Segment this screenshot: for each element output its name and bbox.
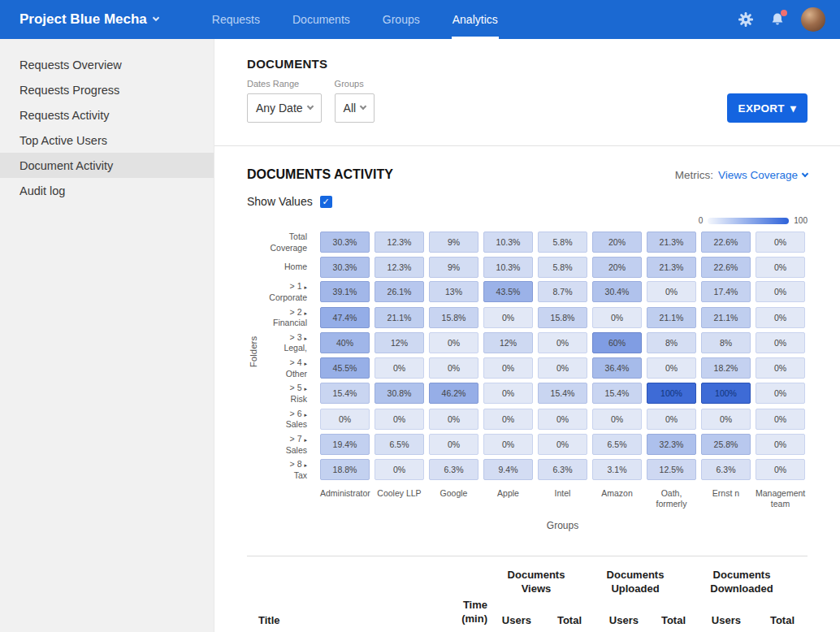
heatmap-cell[interactable]: 0% <box>756 281 805 302</box>
heatmap-cell[interactable]: 0% <box>538 434 587 455</box>
heatmap-cell[interactable]: 30.3% <box>320 232 370 253</box>
heatmap-cell[interactable]: 0% <box>756 409 805 430</box>
heatmap-cell[interactable]: 21.1% <box>375 307 424 328</box>
heatmap-cell[interactable]: 0% <box>375 409 424 430</box>
heatmap-row-label[interactable]: > 1▸Corporate <box>247 281 315 303</box>
sidebar-item-document-activity[interactable]: Document Activity <box>0 153 214 178</box>
heatmap-cell[interactable]: 6.3% <box>429 459 478 480</box>
heatmap-cell[interactable]: 0% <box>756 434 805 455</box>
heatmap-cell[interactable]: 9.4% <box>483 459 533 480</box>
heatmap-cell[interactable]: 8% <box>701 332 751 353</box>
heatmap-cell[interactable]: 43.5% <box>483 281 533 302</box>
project-switcher[interactable]: Project Blue Mecha <box>0 11 158 28</box>
heatmap-cell[interactable]: 12% <box>375 332 424 353</box>
heatmap-cell[interactable]: 40% <box>320 332 370 353</box>
heatmap-cell[interactable]: 3.1% <box>592 459 642 480</box>
heatmap-cell[interactable]: 46.2% <box>429 383 478 404</box>
heatmap-cell[interactable]: 0% <box>538 332 587 353</box>
heatmap-cell[interactable]: 0% <box>429 434 478 455</box>
settings-gear-icon[interactable] <box>738 11 754 28</box>
sidebar-item-top-active-users[interactable]: Top Active Users <box>0 128 214 153</box>
heatmap-cell[interactable]: 19.4% <box>320 434 370 455</box>
heatmap-cell[interactable]: 36.4% <box>592 357 642 379</box>
nav-item-groups[interactable]: Groups <box>382 0 421 39</box>
heatmap-cell[interactable]: 6.5% <box>375 434 424 455</box>
heatmap-cell[interactable]: 6.5% <box>592 434 642 455</box>
heatmap-cell[interactable]: 0% <box>756 332 805 353</box>
heatmap-cell[interactable]: 30.8% <box>375 383 424 404</box>
heatmap-cell[interactable]: 20% <box>592 257 642 278</box>
heatmap-cell[interactable]: 6.3% <box>701 459 751 480</box>
heatmap-cell[interactable]: 10.3% <box>483 232 533 253</box>
heatmap-cell[interactable]: 0% <box>701 409 751 430</box>
nav-item-requests[interactable]: Requests <box>211 0 261 39</box>
heatmap-cell[interactable]: 21.3% <box>647 257 696 278</box>
heatmap-cell[interactable]: 0% <box>592 307 642 328</box>
heatmap-cell[interactable]: 0% <box>429 332 478 353</box>
heatmap-cell[interactable]: 32.3% <box>647 434 696 455</box>
metrics-selector[interactable]: Metrics: Views Coverage <box>675 169 808 181</box>
heatmap-cell[interactable]: 15.4% <box>538 383 587 404</box>
heatmap-cell[interactable]: 15.4% <box>320 383 370 404</box>
heatmap-cell[interactable]: 13% <box>429 281 478 302</box>
heatmap-cell[interactable]: 0% <box>592 409 642 430</box>
heatmap-cell[interactable]: 0% <box>756 357 805 379</box>
sidebar-item-requests-overview[interactable]: Requests Overview <box>0 52 214 77</box>
heatmap-cell[interactable]: 30.3% <box>320 257 370 278</box>
heatmap-cell[interactable]: 0% <box>375 357 424 379</box>
heatmap-cell[interactable]: 6.3% <box>538 459 587 480</box>
heatmap-cell[interactable]: 8.7% <box>538 281 587 302</box>
heatmap-row-label[interactable]: > 2▸Financial <box>247 307 315 329</box>
heatmap-cell[interactable]: 18.2% <box>701 357 751 379</box>
heatmap-cell[interactable]: 5.8% <box>538 257 587 278</box>
heatmap-cell[interactable]: 10.3% <box>483 257 533 278</box>
heatmap-cell[interactable]: 0% <box>756 459 805 480</box>
heatmap-cell[interactable]: 100% <box>647 383 696 404</box>
nav-item-documents[interactable]: Documents <box>292 0 351 39</box>
heatmap-cell[interactable]: 0% <box>483 383 533 404</box>
heatmap-cell[interactable]: 22.6% <box>701 232 751 253</box>
heatmap-cell[interactable]: 0% <box>538 357 587 379</box>
heatmap-cell[interactable]: 21.1% <box>701 307 751 328</box>
heatmap-cell[interactable]: 39.1% <box>320 281 370 302</box>
sidebar-item-requests-activity[interactable]: Requests Activity <box>0 102 214 128</box>
heatmap-cell[interactable]: 25.8% <box>701 434 751 455</box>
heatmap-cell[interactable]: 0% <box>429 409 478 430</box>
heatmap-row-label[interactable]: > 6▸Sales <box>247 409 315 431</box>
heatmap-cell[interactable]: 60% <box>592 332 642 353</box>
heatmap-cell[interactable]: 21.1% <box>647 307 696 328</box>
heatmap-row-label[interactable]: > 8▸Tax <box>247 459 315 481</box>
groups-dropdown[interactable]: All <box>335 93 375 123</box>
sidebar-item-audit-log[interactable]: Audit log <box>0 178 214 203</box>
heatmap-cell[interactable]: 0% <box>483 434 533 455</box>
heatmap-cell[interactable]: 0% <box>429 357 478 379</box>
heatmap-cell[interactable]: 0% <box>756 257 805 278</box>
user-avatar[interactable] <box>801 7 825 32</box>
heatmap-cell[interactable]: 0% <box>756 232 805 253</box>
heatmap-cell[interactable]: 0% <box>647 281 696 302</box>
heatmap-cell[interactable]: 0% <box>647 409 696 430</box>
heatmap-cell[interactable]: 15.4% <box>592 383 642 404</box>
nav-item-analytics[interactable]: Analytics <box>452 0 499 39</box>
heatmap-cell[interactable]: 12% <box>483 332 533 353</box>
heatmap-cell[interactable]: 100% <box>701 383 751 404</box>
sidebar-item-requests-progress[interactable]: Requests Progress <box>0 77 214 102</box>
heatmap-cell[interactable]: 0% <box>483 307 533 328</box>
heatmap-cell[interactable]: 15.8% <box>429 307 478 328</box>
dates-range-dropdown[interactable]: Any Date <box>247 93 322 123</box>
heatmap-cell[interactable]: 20% <box>592 232 642 253</box>
heatmap-cell[interactable]: 21.3% <box>647 232 696 253</box>
heatmap-cell[interactable]: 9% <box>429 257 478 278</box>
heatmap-cell[interactable]: 0% <box>320 409 370 430</box>
heatmap-cell[interactable]: 9% <box>429 232 478 253</box>
heatmap-cell[interactable]: 0% <box>756 383 805 404</box>
heatmap-cell[interactable]: 18.8% <box>320 459 370 480</box>
heatmap-row-label[interactable]: > 5▸Risk <box>247 383 315 405</box>
heatmap-cell[interactable]: 45.5% <box>320 357 370 379</box>
heatmap-cell[interactable]: 5.8% <box>538 232 587 253</box>
heatmap-cell[interactable]: 12.5% <box>647 459 696 480</box>
heatmap-cell[interactable]: 0% <box>375 459 424 480</box>
export-button[interactable]: EXPORT ▾ <box>727 93 808 123</box>
heatmap-cell[interactable]: 12.3% <box>375 232 424 253</box>
heatmap-cell[interactable]: 0% <box>483 357 533 379</box>
